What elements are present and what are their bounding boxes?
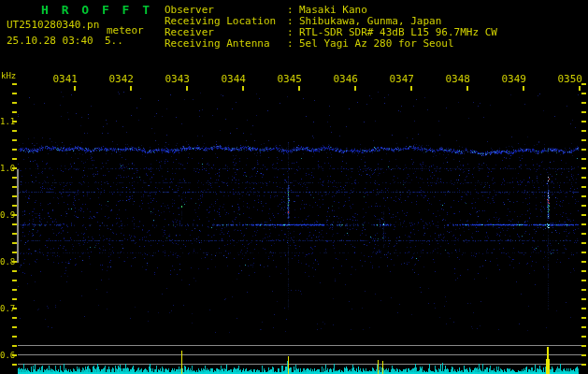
time-tick-label: 0344 xyxy=(220,73,246,85)
hrofft-screen: H R O F F T UT2510280340.pn meteor 25.10… xyxy=(0,0,588,374)
freq-tick-label: 0.9 xyxy=(0,210,13,220)
app-title: H R O F F T xyxy=(41,3,152,17)
time-tick-label: 0345 xyxy=(276,73,302,85)
time-tick-label: 0347 xyxy=(388,73,414,85)
time-tick-label: 0342 xyxy=(108,73,134,85)
datetime-label: 25.10.28 03:40 xyxy=(7,35,93,47)
meteor-count: 5.. xyxy=(105,35,123,47)
freq-tick-label: 1.1 xyxy=(0,117,13,126)
freq-tick-label: 0.6 xyxy=(0,351,13,360)
spectrogram-canvas xyxy=(0,0,588,374)
freq-axis-unit: kHz xyxy=(1,71,16,80)
time-tick-label: 0341 xyxy=(51,73,78,85)
time-tick-label: 0348 xyxy=(444,73,470,85)
info-separator: : xyxy=(287,37,294,50)
time-tick-label: 0349 xyxy=(500,73,526,85)
freq-tick-label: 1.0 xyxy=(0,164,13,173)
time-tick-label: 0350 xyxy=(556,73,582,85)
info-row-location: Receiving Location : Shibukawa, Gunma, J… xyxy=(165,15,190,26)
info-row-receiver: Receiver : RTL-SDR SDR# 43dB L15 96.7MHz… xyxy=(165,26,190,37)
info-row-antenna: Receiving Antenna : 5el Yagi Az 280 for … xyxy=(165,37,190,49)
info-row-observer: Observer : Masaki Kano xyxy=(165,4,190,15)
info-label: Receiving Antenna xyxy=(165,37,270,50)
info-value: 5el Yagi Az 280 for Seoul xyxy=(299,37,454,50)
time-tick-label: 0346 xyxy=(332,73,358,85)
time-tick-label: 0343 xyxy=(164,73,190,85)
freq-tick-label: 0.7 xyxy=(0,304,13,313)
output-filename: UT2510280340.pn xyxy=(7,19,99,31)
freq-tick-label: 0.8 xyxy=(0,257,13,266)
